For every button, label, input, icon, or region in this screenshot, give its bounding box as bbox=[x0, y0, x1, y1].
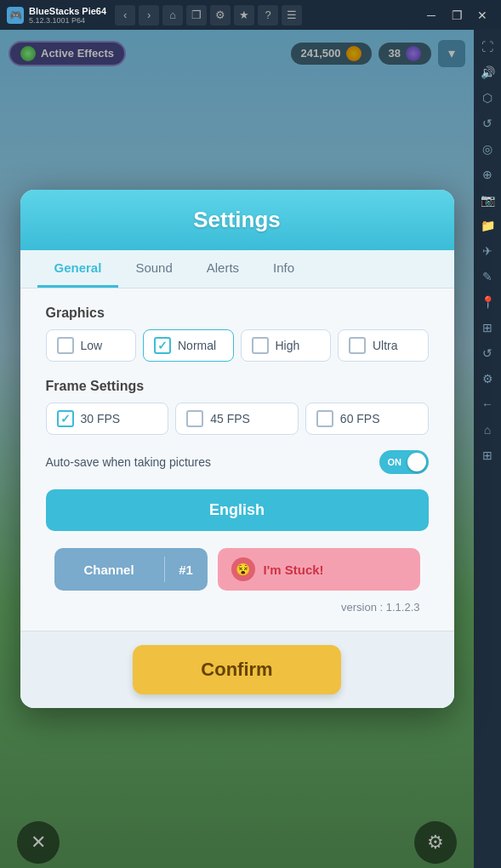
graphics-normal-label: Normal bbox=[178, 339, 216, 352]
airplane-icon[interactable]: ✈ bbox=[477, 241, 498, 261]
nav-back-button[interactable]: ‹ bbox=[115, 5, 135, 26]
settings-body: Graphics Low Normal High Ultra bbox=[20, 288, 454, 631]
channel-number: #1 bbox=[165, 562, 208, 577]
graphics-ultra-option[interactable]: Ultra bbox=[338, 329, 429, 362]
fps-30-option[interactable]: 30 FPS bbox=[46, 403, 169, 435]
home-icon[interactable]: ⌂ bbox=[477, 420, 498, 440]
graphics-options: Low Normal High Ultra bbox=[46, 329, 429, 362]
confirm-button[interactable]: Confirm bbox=[133, 645, 340, 694]
fps-60-label: 60 FPS bbox=[340, 412, 380, 425]
location-icon[interactable]: 📍 bbox=[477, 292, 498, 312]
channel-button[interactable]: Channel #1 bbox=[54, 548, 208, 591]
channel-label: Channel bbox=[54, 562, 164, 577]
graphics-high-option[interactable]: High bbox=[241, 329, 332, 362]
nav-forward-button[interactable]: › bbox=[139, 5, 159, 26]
tab-sound[interactable]: Sound bbox=[118, 250, 189, 288]
nav-settings-button[interactable]: ⚙ bbox=[210, 5, 231, 26]
language-button[interactable]: English bbox=[46, 489, 429, 531]
graphics-ultra-checkbox[interactable] bbox=[349, 337, 366, 354]
stuck-button[interactable]: 😵 I'm Stuck! bbox=[218, 548, 420, 591]
settings-tabs: General Sound Alerts Info bbox=[20, 250, 454, 288]
tab-general[interactable]: General bbox=[37, 250, 119, 288]
refresh-icon[interactable]: ↺ bbox=[477, 343, 498, 363]
graphics-low-option[interactable]: Low bbox=[46, 329, 137, 362]
stuck-label: I'm Stuck! bbox=[264, 562, 324, 577]
settings-title: Settings bbox=[37, 207, 437, 233]
edit-icon[interactable]: ✎ bbox=[477, 266, 498, 287]
graphics-high-label: High bbox=[276, 339, 300, 352]
graphics-ultra-label: Ultra bbox=[373, 339, 398, 352]
layer-icon[interactable]: ⬡ bbox=[477, 88, 498, 108]
fps-options: 30 FPS 45 FPS 60 FPS bbox=[46, 403, 429, 435]
settings-header: Settings bbox=[20, 190, 454, 250]
autosave-row: Auto-save when taking pictures ON bbox=[46, 450, 429, 474]
back-arrow-icon[interactable]: ← bbox=[477, 394, 498, 414]
graphics-label: Graphics bbox=[46, 306, 429, 321]
graphics-low-label: Low bbox=[81, 339, 103, 352]
sidebar-gear-icon[interactable]: ⚙ bbox=[477, 368, 498, 389]
nav-help-button[interactable]: ? bbox=[258, 5, 278, 26]
frame-settings-label: Frame Settings bbox=[46, 379, 429, 394]
app-subtitle: 5.12.3.1001 P64 bbox=[29, 16, 106, 25]
volume-icon[interactable]: 🔊 bbox=[477, 62, 498, 83]
nav-menu-button[interactable]: ☰ bbox=[282, 5, 302, 26]
folder-icon[interactable]: 📁 bbox=[477, 215, 498, 236]
rotate-icon[interactable]: ↺ bbox=[477, 113, 498, 134]
stuck-icon: 😵 bbox=[231, 557, 255, 581]
close-button[interactable]: ✕ bbox=[470, 7, 494, 24]
settings-dialog: Settings General Sound Alerts Info Graph… bbox=[20, 190, 454, 708]
map-pin-icon[interactable]: ⊕ bbox=[477, 164, 498, 185]
modal-overlay: Settings General Sound Alerts Info Graph… bbox=[0, 30, 474, 868]
fps-45-checkbox[interactable] bbox=[186, 410, 203, 427]
autosave-value: ON bbox=[388, 457, 402, 467]
restore-button[interactable]: ❐ bbox=[445, 7, 469, 24]
autosave-label: Auto-save when taking pictures bbox=[46, 455, 212, 469]
nav-home-button[interactable]: ⌂ bbox=[162, 5, 183, 26]
tab-info[interactable]: Info bbox=[256, 250, 311, 288]
tab-alerts[interactable]: Alerts bbox=[190, 250, 256, 288]
camera-icon[interactable]: 📷 bbox=[477, 190, 498, 210]
fps-30-label: 30 FPS bbox=[81, 412, 121, 425]
minimize-button[interactable]: ─ bbox=[419, 7, 443, 24]
graphics-low-checkbox[interactable] bbox=[57, 337, 74, 354]
graphics-normal-option[interactable]: Normal bbox=[143, 329, 234, 362]
taskbar: 🎮 BlueStacks Pie64 5.12.3.1001 P64 ‹ › ⌂… bbox=[0, 0, 501, 30]
logo-icon: 🎮 bbox=[7, 7, 24, 24]
fps-45-label: 45 FPS bbox=[210, 412, 250, 425]
grid-icon[interactable]: ⊞ bbox=[477, 445, 498, 465]
stack-icon[interactable]: ⊞ bbox=[477, 317, 498, 338]
fps-45-option[interactable]: 45 FPS bbox=[175, 403, 299, 435]
toggle-knob bbox=[407, 453, 426, 471]
bottom-buttons: Channel #1 😵 I'm Stuck! bbox=[46, 548, 429, 591]
fps-60-checkbox[interactable] bbox=[316, 410, 333, 427]
nav-copy-button[interactable]: ❐ bbox=[186, 5, 207, 26]
autosave-toggle[interactable]: ON bbox=[379, 450, 429, 474]
nav-star-button[interactable]: ★ bbox=[234, 5, 254, 26]
graphics-high-checkbox[interactable] bbox=[252, 337, 269, 354]
circle-icon[interactable]: ◎ bbox=[477, 139, 498, 159]
fps-60-option[interactable]: 60 FPS bbox=[305, 403, 429, 435]
app-logo: 🎮 BlueStacks Pie64 5.12.3.1001 P64 bbox=[7, 6, 106, 25]
expand-icon[interactable]: ⛶ bbox=[477, 37, 498, 57]
confirm-area: Confirm bbox=[20, 631, 454, 708]
right-sidebar: ⛶ 🔊 ⬡ ↺ ◎ ⊕ 📷 📁 ✈ ✎ 📍 ⊞ ↺ ⚙ ← ⌂ ⊞ bbox=[474, 30, 501, 868]
app-title: BlueStacks Pie64 bbox=[29, 6, 106, 16]
fps-30-checkbox[interactable] bbox=[57, 410, 74, 427]
window-controls: ─ ❐ ✕ bbox=[419, 7, 494, 24]
nav-controls: ‹ › ⌂ ❐ ⚙ ★ ? ☰ bbox=[115, 5, 302, 26]
graphics-normal-checkbox[interactable] bbox=[154, 337, 171, 354]
version-text: version : 1.1.2.3 bbox=[46, 601, 429, 614]
